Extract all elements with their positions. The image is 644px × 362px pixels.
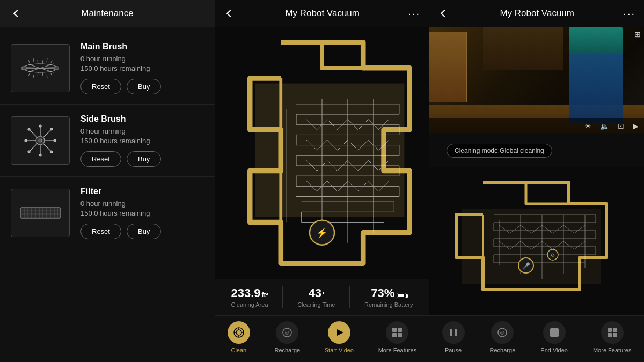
svg-line-10 [38,60,38,64]
maintenance-title: Maintenance [24,8,191,19]
more-features-action-button[interactable]: More Features [378,321,417,353]
svg-rect-85 [608,328,612,332]
side-brush-name: Side Brush [80,114,204,124]
svg-line-26 [29,129,37,137]
pause-icon [442,321,465,344]
svg-rect-56 [255,84,404,217]
side-brush-buy-button[interactable]: Buy [127,151,161,167]
main-brush-name: Main Brush [80,42,204,51]
volume-icon[interactable]: 🔈 [600,122,609,130]
side-brush-info: Side Brush 0 hour running 150.0 hours re… [80,114,204,167]
svg-rect-69 [398,328,402,332]
live-more-features-button[interactable]: More Features [593,321,632,353]
brightness-icon[interactable]: ☀ [584,122,591,130]
cleaning-time-label: Cleaning Time [297,301,335,308]
svg-line-15 [33,75,34,78]
map-back-button[interactable] [224,7,237,20]
map-title: My Robot Vacuum [237,8,408,19]
svg-rect-71 [398,333,402,337]
svg-point-31 [39,154,41,156]
filter-buy-button[interactable]: Buy [127,224,161,239]
svg-line-28 [43,129,52,137]
pause-action-button[interactable]: Pause [442,321,465,353]
svg-line-29 [29,144,37,152]
filter-item: Filter 0 hour running 150.0 hours remain… [0,177,215,249]
live-back-chevron-icon [441,10,448,17]
more-features-label: More Features [378,347,417,353]
clean-icon [228,321,250,344]
svg-text:⚡: ⚡ [316,227,328,239]
furniture-left [429,32,467,102]
pause-label: Pause [445,347,462,353]
svg-text:☺: ☺ [499,329,506,336]
svg-rect-86 [613,328,617,332]
clean-action-button[interactable]: Clean [228,321,250,353]
side-brush-reset-button[interactable]: Reset [80,151,121,167]
svg-line-11 [42,60,43,64]
more-features-icon [386,321,408,344]
battery-value: 73% [371,286,406,300]
svg-line-9 [33,58,34,62]
main-brush-reset-button[interactable]: Reset [80,79,121,94]
live-back-button[interactable] [438,7,451,20]
live-panel: My Robot Vacuum ··· ⊞ ☀ 🔈 ⊡ ▶ Cleaning m… [429,0,644,362]
back-button[interactable] [11,7,24,20]
svg-rect-87 [608,333,612,337]
bottom-actions: Clean ☺ Recharge Start Video [215,315,429,362]
record-icon[interactable]: ▶ [633,122,639,130]
svg-text:🎤: 🎤 [522,262,530,270]
main-brush-remaining: 150.0 hours remaining [80,64,204,72]
maintenance-panel: Maintenance [0,0,215,362]
live-recharge-button[interactable]: ☺ Recharge [490,321,516,353]
end-video-label: End Video [540,347,568,353]
cleaning-time-stat: 43' Cleaning Time [297,286,335,308]
cleaning-time-value: 43' [309,286,324,300]
svg-point-37 [28,151,30,153]
stats-bar: 233.9ft² Cleaning Area 43' Cleaning Time… [215,279,429,315]
main-brush-info: Main Brush 0 hour running 150.0 hours re… [80,42,204,94]
fullscreen-icon[interactable]: ⊡ [618,122,624,130]
live-map-svg: 🎤 ⚙ [429,167,644,315]
cleaning-area-label: Cleaning Area [231,301,268,308]
clean-action-label: Clean [231,347,246,353]
live-recharge-label: Recharge [490,347,516,353]
side-brush-buttons: Reset Buy [80,151,204,167]
end-video-button[interactable]: End Video [540,321,568,353]
live-video-feed: ⊞ ☀ 🔈 ⊡ ▶ [429,27,644,134]
live-bottom-actions: Pause ☺ Recharge End Video [429,315,644,362]
svg-rect-38 [20,208,61,218]
svg-line-19 [51,73,52,76]
live-more-features-label: More Features [593,347,632,353]
maintenance-list: Main Brush 0 hour running 150.0 hours re… [0,27,215,362]
battery-fill [398,294,404,297]
maintenance-header: Maintenance [0,0,215,27]
main-brush-buttons: Reset Buy [80,79,204,94]
svg-line-8 [28,60,30,63]
svg-text:☺: ☺ [284,329,290,336]
live-header: My Robot Vacuum ··· [429,0,644,27]
live-title: My Robot Vacuum [451,8,623,19]
live-more-button[interactable]: ··· [623,8,635,20]
map-back-chevron-icon [226,10,234,17]
filter-reset-button[interactable]: Reset [80,224,121,239]
filter-image [11,189,70,237]
svg-rect-70 [392,333,397,337]
live-recharge-icon: ☺ [491,321,514,344]
battery-label: Remaining Battery [364,301,413,308]
svg-rect-88 [613,333,617,337]
svg-point-32 [25,139,27,142]
side-brush-item: Side Brush 0 hour running 150.0 hours re… [0,105,215,177]
map-more-button[interactable]: ··· [408,8,420,20]
start-video-action-button[interactable]: Start Video [325,321,354,353]
live-map-area[interactable]: 🎤 ⚙ [429,167,644,315]
recharge-action-button[interactable]: ☺ Recharge [274,321,300,353]
side-brush-image [11,116,70,165]
expand-video-icon[interactable]: ⊞ [634,30,641,39]
svg-rect-84 [550,328,559,337]
start-video-label: Start Video [325,347,354,353]
map-area[interactable]: ⚡ [215,27,429,279]
main-brush-svg [19,52,62,84]
cleaning-area-value: 233.9ft² [231,286,268,300]
svg-point-33 [54,139,56,142]
main-brush-buy-button[interactable]: Buy [127,79,161,94]
